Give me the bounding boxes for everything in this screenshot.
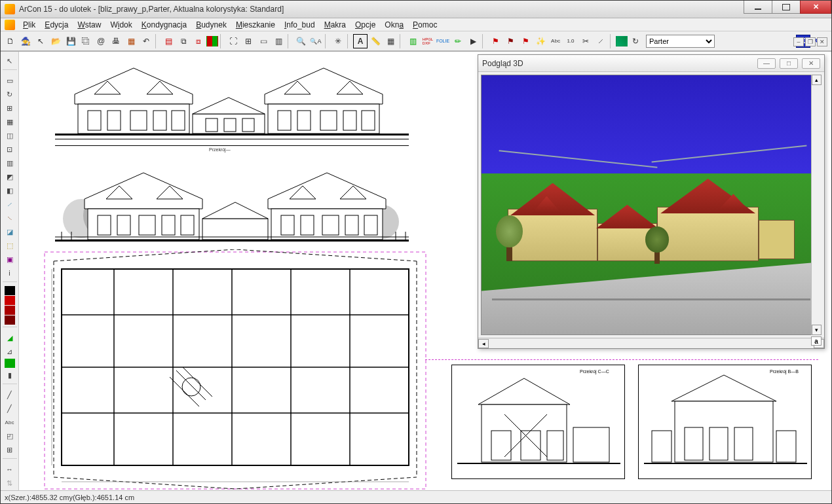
- mdi-restore[interactable]: ❐: [805, 37, 816, 46]
- preview-close[interactable]: ✕: [802, 58, 820, 69]
- preview-scrollbar-h[interactable]: ◂ ▸ a: [478, 338, 824, 348]
- ltool-slope[interactable]: ⊿: [3, 345, 17, 358]
- ltool-dim[interactable]: ◰: [3, 429, 17, 442]
- ltool-rect[interactable]: ▮: [3, 369, 17, 382]
- tool-layers[interactable]: ⧉: [176, 34, 191, 48]
- scroll-up[interactable]: ▴: [812, 75, 822, 85]
- tool-grid[interactable]: ▦: [383, 34, 398, 48]
- tool-open[interactable]: 📂: [48, 34, 63, 48]
- ltool-opening[interactable]: ⊡: [3, 143, 17, 156]
- preview-maximize[interactable]: □: [780, 58, 798, 69]
- tool-flag3[interactable]: ⚑: [518, 34, 533, 48]
- tool-slash[interactable]: ⟋: [594, 34, 608, 48]
- tool-zoom[interactable]: 🔍: [293, 34, 308, 48]
- ltool-layout[interactable]: ⊞: [3, 443, 17, 456]
- tool-wizard[interactable]: 🧙: [18, 34, 33, 48]
- tool-window[interactable]: ▭: [256, 34, 271, 48]
- menu-widok[interactable]: Widok: [106, 19, 136, 31]
- preview-scrollbar-v[interactable]: ▴ ▾: [811, 75, 822, 335]
- ltool-move-v[interactable]: ⇅: [3, 477, 17, 490]
- ltool-fill-darkred[interactable]: [5, 315, 15, 325]
- ltool-info[interactable]: i: [3, 266, 17, 279]
- preview-3d-window[interactable]: Podgląd 3D — □ ✕: [478, 54, 825, 349]
- ltool-roof2[interactable]: ⟍: [3, 211, 17, 225]
- ltool-object[interactable]: ▣: [3, 253, 17, 266]
- ltool-roof1[interactable]: ⟋: [3, 198, 17, 211]
- scroll-left[interactable]: ◂: [478, 339, 489, 348]
- tool-email[interactable]: @: [94, 34, 108, 48]
- tool-dim[interactable]: 1.0: [563, 34, 578, 48]
- tool-new[interactable]: 🗋: [3, 34, 18, 48]
- tool-flag1[interactable]: ⚑: [488, 34, 502, 48]
- preview-corner-a[interactable]: a: [811, 336, 822, 346]
- preview-3d-viewport[interactable]: [481, 75, 822, 335]
- tool-edit-green[interactable]: ✏: [451, 34, 465, 48]
- close-button[interactable]: [800, 1, 831, 14]
- tool-wall-catalog[interactable]: ▥: [406, 34, 420, 48]
- tool-flag2[interactable]: ⚑: [503, 34, 518, 48]
- tool-zoom-a[interactable]: 🔍A: [309, 34, 323, 48]
- tool-layout[interactable]: ⊞: [241, 34, 255, 48]
- ltool-fill-red2[interactable]: [5, 306, 15, 315]
- tool-zoom-extents[interactable]: ⛶: [226, 34, 240, 48]
- ltool-column[interactable]: ◧: [3, 184, 17, 197]
- ltool-grid1[interactable]: ⊞: [3, 101, 17, 115]
- tool-hpgl[interactable]: HPGLDXF: [421, 34, 435, 48]
- tool-section[interactable]: ▥: [271, 34, 286, 48]
- ltool-door[interactable]: ▦: [3, 115, 17, 128]
- tool-spark[interactable]: ✨: [533, 34, 548, 48]
- mdi-minimize[interactable]: –: [793, 37, 804, 46]
- preview-minimize[interactable]: —: [757, 58, 776, 69]
- tool-text-a[interactable]: A: [353, 34, 368, 48]
- mdi-close[interactable]: ✕: [817, 37, 827, 46]
- menu-opcje[interactable]: Opcje: [351, 19, 379, 31]
- title-bar[interactable]: ArCon 15 - do ulotek - [bliz_prawy_p,Par…: [1, 1, 831, 18]
- tool-refresh[interactable]: ↻: [628, 34, 643, 48]
- tool-undo[interactable]: ↶: [139, 34, 153, 48]
- ltool-line2[interactable]: ╱: [3, 402, 17, 415]
- preview-3d-titlebar[interactable]: Podgląd 3D — □ ✕: [478, 55, 824, 72]
- menu-makra[interactable]: Makra: [320, 19, 350, 31]
- ltool-beam[interactable]: ⬚: [3, 239, 17, 252]
- ltool-line1[interactable]: ╱: [3, 388, 17, 401]
- tool-print[interactable]: 🖶: [109, 34, 123, 48]
- menu-plik[interactable]: Plik: [19, 19, 39, 31]
- tool-compass[interactable]: ✳: [331, 34, 345, 48]
- menu-info-bud[interactable]: Info_bud: [280, 19, 319, 31]
- ltool-chimney[interactable]: ◪: [3, 225, 17, 238]
- ltool-fill-black[interactable]: [5, 286, 15, 295]
- ltool-wall[interactable]: ▭: [3, 74, 17, 87]
- menu-kondygnacja[interactable]: Kondygnacja: [138, 19, 191, 31]
- tool-arrow-right[interactable]: ▶: [466, 34, 480, 48]
- tool-pattern[interactable]: [616, 36, 628, 46]
- app-menu-icon[interactable]: [5, 20, 15, 30]
- ltool-fill-red[interactable]: [5, 296, 15, 305]
- tool-copy[interactable]: ⿻: [79, 34, 93, 48]
- tool-rooms[interactable]: ▤: [161, 34, 176, 48]
- tool-redgreen[interactable]: [206, 36, 218, 46]
- tool-ruler[interactable]: 📏: [368, 34, 383, 48]
- tool-abc[interactable]: Abc: [548, 34, 563, 48]
- maximize-button[interactable]: [772, 1, 801, 14]
- ltool-terrain[interactable]: ◢: [3, 331, 17, 344]
- ltool-arc[interactable]: ↻: [3, 88, 17, 101]
- scroll-down[interactable]: ▾: [812, 325, 822, 335]
- tool-catalog[interactable]: ▦: [124, 34, 138, 48]
- tool-foil[interactable]: FOLIE: [436, 34, 450, 48]
- ltool-select[interactable]: ↖: [3, 54, 17, 67]
- tool-cursor[interactable]: ↖: [33, 34, 48, 48]
- ltool-text[interactable]: Abc: [3, 416, 17, 429]
- menu-pomoc[interactable]: Pomoc: [409, 19, 441, 31]
- tool-cut[interactable]: ✂: [578, 34, 593, 48]
- ltool-hatch[interactable]: [5, 359, 15, 368]
- minimize-button[interactable]: [744, 1, 772, 14]
- floor-selector[interactable]: Parter: [646, 35, 715, 48]
- ltool-stairs[interactable]: ▥: [3, 156, 17, 170]
- ltool-slab[interactable]: ◩: [3, 170, 17, 183]
- menu-okna[interactable]: Okna: [381, 19, 407, 31]
- menu-edycja[interactable]: Edycja: [41, 19, 72, 31]
- ltool-window[interactable]: ◫: [3, 129, 17, 142]
- drawing-canvas[interactable]: Przekrój—: [19, 52, 831, 490]
- ltool-move-h[interactable]: ↔: [3, 463, 17, 476]
- tool-merge[interactable]: ⧈: [191, 34, 206, 48]
